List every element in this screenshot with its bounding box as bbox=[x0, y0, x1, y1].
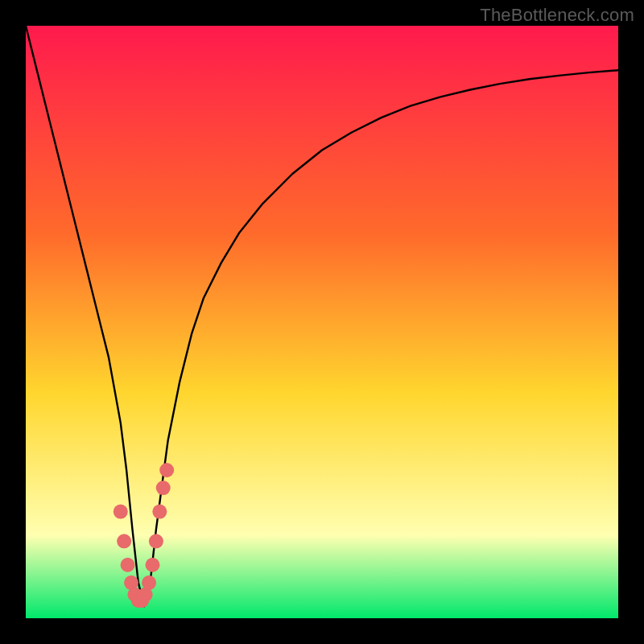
marker-dot bbox=[117, 534, 131, 548]
marker-dot bbox=[142, 576, 156, 590]
marker-dot bbox=[146, 558, 160, 572]
chart-frame: TheBottleneck.com bbox=[0, 0, 644, 644]
marker-dot bbox=[114, 505, 128, 519]
watermark-text: TheBottleneck.com bbox=[480, 5, 634, 26]
plot-area bbox=[26, 26, 618, 618]
marker-dot bbox=[159, 463, 174, 477]
gradient-bg bbox=[26, 26, 618, 618]
marker-dot bbox=[121, 558, 135, 572]
bottleneck-chart bbox=[26, 26, 618, 618]
marker-dot bbox=[149, 534, 163, 548]
marker-dot bbox=[156, 481, 171, 495]
marker-dot bbox=[152, 505, 167, 519]
